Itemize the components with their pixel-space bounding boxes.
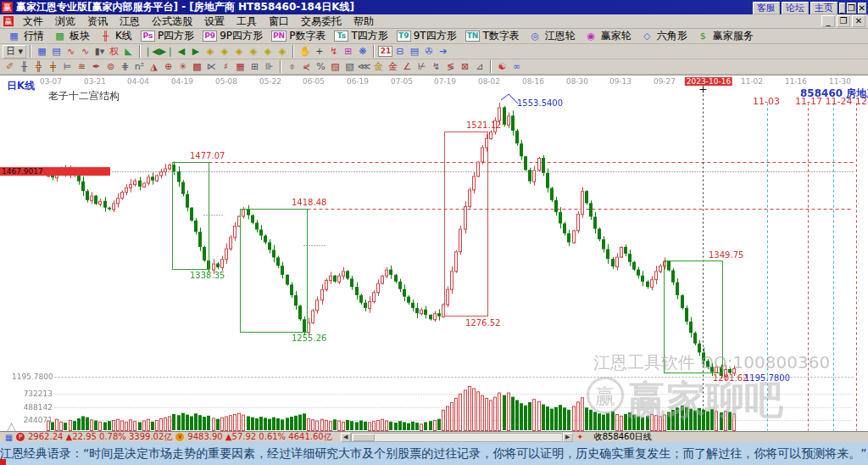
gann-nav-3[interactable]: ◈ (231, 45, 246, 59)
wave-tool[interactable]: ≋ (75, 60, 89, 74)
menu-公式选股[interactable]: 公式选股 (146, 14, 198, 29)
shade2-tool[interactable]: ▧ (342, 60, 357, 74)
toolbar-market-quotes[interactable]: ▦行情 (7, 29, 44, 43)
lightning-tool[interactable]: ↯ (429, 60, 443, 74)
dense-grid-tool[interactable]: ▩ (190, 60, 204, 74)
scroll-left-button[interactable]: ◀ (341, 433, 351, 442)
hand-tool[interactable]: ✋ (298, 45, 312, 59)
calculator[interactable]: ⊟ (392, 45, 407, 59)
toolbar-kline[interactable]: ╫K线 (98, 29, 132, 43)
angle-tool[interactable]: ∠ (400, 60, 415, 74)
target-tool[interactable]: ⊕ (161, 60, 175, 74)
yinyang-icon[interactable]: ☯ (495, 60, 509, 74)
pin-tool[interactable]: ⊪ (262, 60, 276, 74)
scrollbar-thumb[interactable] (353, 434, 375, 441)
minimize-button[interactable]: _ (839, 3, 845, 14)
candle-style[interactable]: ▮▾ (92, 45, 107, 59)
ex-rights[interactable]: 权 (107, 45, 121, 59)
titlebar-link-3[interactable]: 主页 (810, 2, 837, 14)
calendar-21[interactable]: 21 (378, 46, 392, 57)
restore-button[interactable]: ❐ (847, 3, 856, 14)
nav-last[interactable]: ▶❘ (159, 45, 175, 59)
fan-tool[interactable]: ⋞ (299, 60, 314, 74)
star-tool[interactable]: ✳ (175, 60, 190, 74)
comb-tool-1[interactable]: ╬ (31, 60, 46, 74)
grid2-tool[interactable]: ▦ (233, 60, 248, 74)
crosshair-tool[interactable]: + (312, 45, 326, 59)
save[interactable]: ✇ (421, 45, 436, 59)
hatch-tool[interactable]: ╫ (17, 60, 31, 74)
gann-nav-6[interactable]: ◈ (275, 45, 289, 59)
slope-tool[interactable]: ⊿ (472, 60, 487, 74)
toolbar-9t-square[interactable]: T99T四方形 (397, 29, 457, 43)
pen-tool[interactable]: ✐ (3, 60, 17, 74)
waves-tool[interactable]: ⋘ (357, 60, 371, 74)
nav-prev[interactable]: ◀ (174, 45, 188, 59)
menu-江恩[interactable]: 江恩 (114, 14, 146, 29)
scroll-right-button[interactable]: ▶ (563, 433, 573, 442)
menu-工具[interactable]: 工具 (231, 14, 263, 29)
menu-帮助[interactable]: 帮助 (348, 14, 380, 29)
close-button[interactable]: ✕ (858, 3, 866, 14)
toolbar-t-square[interactable]: TsT四方形 (334, 29, 387, 43)
ruler-tool[interactable]: ⋕ (118, 60, 132, 74)
boxplus-tool[interactable]: ⊞ (248, 60, 262, 74)
export[interactable]: ➔ (436, 45, 450, 59)
circle-cross-tool[interactable]: ⊜ (103, 60, 118, 74)
chart-scrollbar[interactable]: ◀ ▶ (341, 433, 573, 442)
kline-mini-1[interactable]: ∿ (64, 45, 78, 59)
child-restore-button[interactable]: ❐ (837, 15, 850, 27)
toolbar-p-square[interactable]: PsP四方形 (141, 29, 194, 43)
bowtie-tool[interactable]: ⋉ (204, 60, 219, 74)
f10-info[interactable]: ▤ (49, 45, 64, 59)
titlebar-link-2[interactable]: 论坛 (782, 2, 809, 14)
menu-资讯[interactable]: 资讯 (81, 14, 114, 29)
minute-chart[interactable]: ▦ (35, 45, 49, 59)
gann-nav-4[interactable]: ◈ (246, 45, 260, 59)
gold-tool[interactable]: 金 (371, 60, 386, 74)
notepad[interactable]: ▤ (407, 45, 421, 59)
scrollbar-track[interactable] (351, 433, 563, 442)
toolbar-sectors[interactable]: ▩板块 (53, 29, 90, 43)
toolbar-gann-wheel[interactable]: ◎江恩轮 (528, 29, 576, 43)
period-day-selector[interactable]: 日 ▾ (3, 45, 26, 59)
toolbar-winner-wheel[interactable]: ◉赢家轮 (584, 29, 632, 43)
fe-tool[interactable]: ⊬ (415, 60, 429, 74)
steps-tool[interactable]: ≶ (443, 60, 458, 74)
nav-first[interactable]: ❘◀ (144, 45, 159, 59)
pct-tool[interactable]: % (314, 60, 328, 74)
zigzag-tool[interactable]: ↯ (326, 45, 341, 59)
menu-文件[interactable]: 文件 (17, 14, 49, 29)
menu-浏览[interactable]: 浏览 (49, 14, 81, 29)
toolbar-winner-service[interactable]: $赢家服务 (696, 29, 754, 43)
gann-nav-1[interactable]: ◈ (203, 45, 217, 59)
comb-tool-2[interactable]: ╪ (46, 60, 60, 74)
nav-next[interactable]: ▶ (188, 45, 203, 59)
infinity-icon[interactable]: ∞ (509, 60, 524, 74)
half-triangle-tool[interactable]: ◮ (147, 60, 161, 74)
gann-nav-2[interactable]: ◈ (217, 45, 231, 59)
titlebar-link-1[interactable]: 客服 (753, 2, 780, 14)
gann-nav-5[interactable]: ◈ (260, 45, 275, 59)
menu-交易委托[interactable]: 交易委托 (295, 14, 348, 29)
shade1-tool[interactable]: ▨ (328, 60, 342, 74)
sharp-tool[interactable]: ♯ (219, 60, 233, 74)
gold2-tool[interactable]: 金 (386, 60, 400, 74)
grid-tool[interactable]: ⊞ (341, 45, 355, 59)
menu-窗口[interactable]: 窗口 (263, 14, 295, 29)
toolbar-9p-square[interactable]: P99P四方形 (203, 29, 263, 43)
clamp-tool[interactable]: ⌽ (285, 60, 299, 74)
level-tool[interactable]: ⊨ (60, 60, 75, 74)
n2-tool[interactable]: n² (132, 60, 147, 74)
child-close-button[interactable]: ✕ (852, 15, 865, 27)
box-x-tool[interactable]: ⊠ (458, 60, 472, 74)
indicator-flag[interactable]: ◣ (121, 45, 136, 59)
menu-设置[interactable]: 设置 (198, 14, 231, 29)
toolbar-t-number-table[interactable]: TNT数字表 (465, 29, 520, 43)
kline-mini-2[interactable]: ∿ (78, 45, 92, 59)
pattern-tool[interactable]: ❋ (355, 45, 370, 59)
toolbar-p-number-table[interactable]: PNP数字表 (271, 29, 326, 43)
toolbar-hexagon[interactable]: ◇六角形 (640, 29, 687, 43)
pen2-tool[interactable]: ✒ (89, 60, 103, 74)
child-minimize-button[interactable]: _ (821, 15, 835, 27)
